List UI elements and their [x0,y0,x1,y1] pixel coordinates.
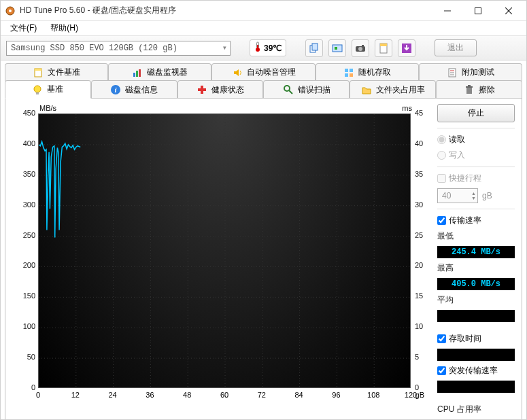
read-radio[interactable]: 读取 [437,134,515,145]
svg-rect-26 [345,73,348,77]
y-tick-4: 250 [23,231,35,239]
svg-line-39 [289,90,292,94]
y-axis-unit: MB/s [39,104,56,112]
read-radio-label: 读取 [449,134,465,145]
tab-top-icon-3 [343,67,354,78]
camera-button[interactable] [352,39,369,57]
exit-button[interactable]: 退出 [435,39,477,56]
screenshot-button[interactable] [328,39,346,57]
titlebar: HD Tune Pro 5.60 - 硬盘/固态硬盘实用程序 [1,1,526,21]
tab-bottom-label-0: 基准 [47,84,63,95]
app-icon [5,5,16,16]
tabstrip: 文件基准磁盘监视器自动噪音管理随机存取附加测试 基准i磁盘信息健康状态错误扫描文… [1,60,526,99]
y-tick-2: 350 [23,170,35,178]
copy-button[interactable] [305,39,323,57]
tab-bottom-2[interactable]: 健康状态 [177,80,264,99]
menu-help[interactable]: 帮助(H) [44,21,85,35]
copy-icon [309,43,320,54]
tab-top-label-4: 附加测试 [462,67,494,78]
download-icon [401,43,412,54]
x-tick-3: 36 [146,391,154,406]
max-value: 405.0 MB/s [437,278,515,290]
y2-tick-8: 5 [415,353,419,361]
burst-rate-check[interactable]: 突发传输速率 [437,365,515,377]
y-tick-1: 400 [23,139,35,147]
svg-point-1 [9,10,12,12]
access-time-value [437,349,515,361]
tab-bottom-5[interactable]: 擦除 [436,80,522,99]
shortstroke-check[interactable]: 快捷行程 [437,173,515,184]
tab-bottom-icon-0 [32,84,43,95]
tab-top-1[interactable]: 磁盘监视器 [108,63,211,81]
y-tick-5: 200 [23,261,35,269]
toolbar: Samsung SSD 850 EVO 120GB (120 gB) ▾ 39℃… [1,36,526,60]
access-time-check[interactable]: 存取时间 [437,333,515,345]
y2-tick-4: 25 [415,231,423,239]
benchmark-plot [38,113,411,388]
stop-button[interactable]: 停止 [437,104,515,122]
tab-bottom-3[interactable]: 错误扫描 [263,80,350,99]
svg-rect-3 [475,7,481,14]
tab-top-label-3: 随机存取 [358,67,391,78]
maximize-button[interactable] [462,1,493,20]
tab-top-2[interactable]: 自动噪音管理 [211,63,315,81]
svg-rect-23 [139,69,141,77]
tab-bottom-label-3: 错误扫描 [298,84,330,96]
minimize-button[interactable] [432,1,462,20]
shortstroke-check-label: 快捷行程 [449,173,481,184]
tab-top-label-0: 文件基准 [48,67,80,78]
tab-bottom-0[interactable]: 基准 [5,80,91,99]
save-button[interactable] [398,39,415,57]
tab-top-icon-4 [447,67,458,78]
y2-tick-6: 15 [415,292,423,300]
tab-bottom-label-5: 擦除 [479,84,495,96]
tab-bottom-icon-3 [283,84,294,95]
y2-tick-5: 20 [415,261,423,269]
menubar: 文件(F) 帮助(H) [1,21,526,36]
close-button[interactable] [493,1,524,20]
window-title: HD Tune Pro 5.60 - 硬盘/固态硬盘实用程序 [20,5,176,16]
tab-bottom-1[interactable]: i磁盘信息 [91,80,177,99]
tab-top-3[interactable]: 随机存取 [316,63,419,81]
tab-bottom-label-2: 健康状态 [211,84,244,96]
screenshot-icon [332,43,343,54]
shortstroke-value: 40 [442,191,451,200]
side-panel: 停止 读取 写入 快捷行程 40 ▲▼ gB 传输速率 最低 245.4 MB/… [435,99,522,420]
temperature-readout: 39℃ [250,39,286,56]
export-button[interactable] [375,39,392,57]
access-time-label: 存取时间 [449,333,481,345]
write-radio[interactable]: 写入 [437,150,515,161]
x-tick-1: 12 [71,391,80,406]
x-tick-4: 48 [183,391,191,406]
y2-tick-1: 40 [415,139,423,147]
tab-bottom-icon-1: i [110,84,121,95]
y2-tick-2: 35 [415,170,423,178]
y2-tick-0: 45 [415,109,423,117]
menu-file[interactable]: 文件(F) [3,21,44,35]
max-label: 最高 [437,262,515,274]
tab-bottom-label-1: 磁盘信息 [125,84,158,96]
tab-top-0[interactable]: 文件基准 [5,63,108,81]
x-tick-7: 84 [294,391,303,406]
svg-rect-12 [335,47,337,50]
burst-rate-label: 突发传输速率 [449,365,498,377]
y-tick-0: 450 [23,109,35,117]
shortstroke-unit: gB [482,191,492,200]
min-label: 最低 [437,230,515,242]
y2-tick-3: 30 [415,200,423,209]
tab-top-4[interactable]: 附加测试 [419,63,522,81]
tab-bottom-4[interactable]: 文件夹占用率 [350,80,436,99]
x-tick-8: 96 [332,391,340,406]
tab-top-icon-1 [132,67,143,78]
shortstroke-spinbox[interactable]: 40 ▲▼ [437,188,478,203]
tab-bottom-label-4: 文件夹占用率 [376,84,425,96]
svg-point-38 [284,86,290,91]
chevron-down-icon: ▾ [222,43,227,53]
transfer-rate-check[interactable]: 传输速率 [437,215,515,226]
y-tick-7: 100 [23,322,35,330]
svg-rect-40 [466,88,472,94]
spin-arrows-icon: ▲▼ [471,191,476,200]
svg-rect-41 [466,86,473,88]
benchmark-panel: MB/s ms 450400350300250200150100500 4540… [5,98,522,420]
drive-select[interactable]: Samsung SSD 850 EVO 120GB (120 gB) ▾ [6,41,231,56]
